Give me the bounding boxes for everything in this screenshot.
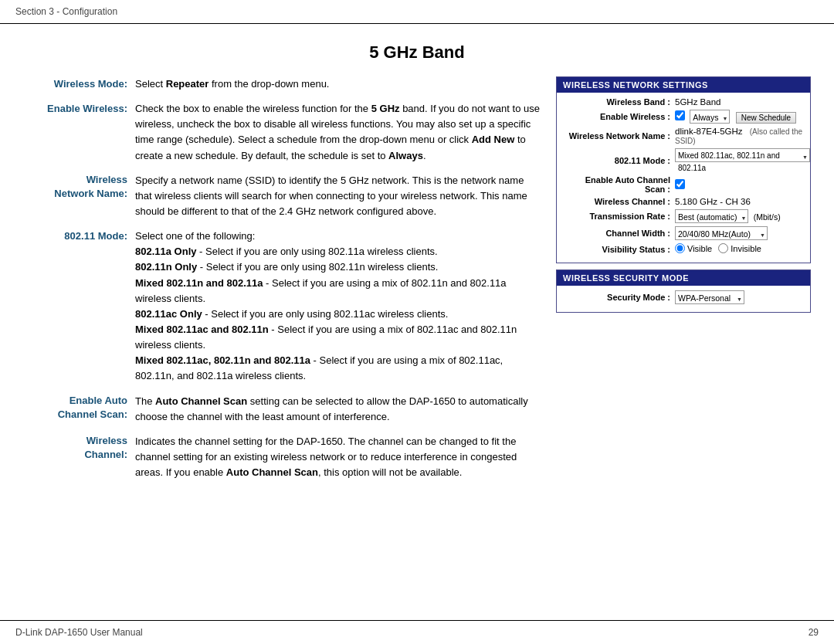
invisible-label: Invisible (731, 244, 761, 253)
panel-value-enable-wireless: Always New Schedule (675, 110, 804, 124)
def-row-network-name: WirelessNetwork Name: Specify a network … (23, 173, 541, 219)
label-wireless-channel: WirelessChannel: (23, 434, 135, 462)
def-row-enable-wireless: Enable Wireless: Check the box to enable… (23, 101, 541, 164)
panel-value-80211-mode: Mixed 802.11ac, 802.11n and 802.11a (675, 148, 810, 172)
visible-label: Visible (687, 244, 712, 253)
wireless-security-mode-body: Security Mode : WPA-Personal (557, 286, 810, 312)
radio-invisible: Invisible (718, 243, 761, 253)
panel-row-network-name: Wireless Network Name : dlink-87E4-5GHz … (563, 127, 804, 145)
label-network-name: WirelessNetwork Name: (23, 173, 135, 201)
label-enable-wireless: Enable Wireless: (23, 101, 135, 117)
wireless-network-settings-body: Wireless Band : 5GHz Band Enable Wireles… (557, 93, 810, 263)
body-auto-channel: The Auto Channel Scan setting can be sel… (135, 394, 541, 425)
def-row-auto-channel: Enable AutoChannel Scan: The Auto Channe… (23, 394, 541, 425)
panel-label-enable-wireless: Enable Wireless : (563, 112, 675, 121)
panel-label-channel: Wireless Channel : (563, 197, 675, 206)
panel-row-enable-wireless: Enable Wireless : Always New Schedule (563, 110, 804, 124)
def-row-80211-mode: 802.11 Mode: Select one of the following… (23, 229, 541, 384)
visibility-radio-group: Visible Invisible (675, 243, 761, 253)
panel-value-auto-channel-scan (675, 179, 804, 191)
footer-right: 29 (809, 627, 819, 638)
panel-value-network-name: dlink-87E4-5GHz (Also called the SSID) (675, 127, 804, 145)
panel-row-wireless-band: Wireless Band : 5GHz Band (563, 97, 804, 107)
panel-row-80211-mode: 802.11 Mode : Mixed 802.11ac, 802.11n an… (563, 148, 804, 172)
channel-width-select[interactable]: 20/40/80 MHz(Auto) (675, 226, 768, 240)
panel-row-transmission-rate: Transmission Rate : Best (automatic) (Mb… (563, 209, 804, 223)
body-enable-wireless: Check the box to enable the wireless fun… (135, 101, 541, 164)
panel-value-transmission-rate: Best (automatic) (Mbit/s) (675, 209, 804, 223)
page-content: 5 GHz Band Wireless Mode: Select Repeate… (0, 24, 834, 536)
panel-row-visibility: Visibility Status : Visible Invisible (563, 243, 804, 255)
wireless-network-settings-header: WIRELESS NETWORK SETTINGS (557, 77, 810, 93)
new-schedule-button[interactable]: New Schedule (736, 112, 796, 124)
panel-row-auto-channel-scan: Enable Auto Channel Scan : (563, 175, 804, 194)
panel-row-channel-width: Channel Width : 20/40/80 MHz(Auto) (563, 226, 804, 240)
label-80211-mode: 802.11 Mode: (23, 229, 135, 244)
body-80211-mode: Select one of the following: 802.11a Onl… (135, 229, 541, 384)
body-network-name: Specify a network name (SSID) to identif… (135, 173, 541, 219)
page-footer: D-Link DAP-1650 User Manual 29 (0, 620, 834, 644)
right-panel: WIRELESS NETWORK SETTINGS Wireless Band … (556, 76, 811, 319)
enable-wireless-checkbox[interactable] (675, 110, 685, 120)
panel-label-80211-mode: 802.11 Mode : (563, 156, 675, 165)
mode-select[interactable]: Mixed 802.11ac, 802.11n and 802.11a (675, 148, 810, 162)
page-header: Section 3 - Configuration (0, 0, 834, 24)
panel-label-wireless-band: Wireless Band : (563, 97, 675, 107)
radio-visible: Visible (675, 243, 712, 253)
footer-left: D-Link DAP-1650 User Manual (15, 627, 143, 638)
panel-value-channel: 5.180 GHz - CH 36 (675, 197, 804, 206)
wireless-network-settings-box: WIRELESS NETWORK SETTINGS Wireless Band … (556, 76, 811, 263)
panel-row-channel: Wireless Channel : 5.180 GHz - CH 36 (563, 197, 804, 206)
panel-label-transmission-rate: Transmission Rate : (563, 212, 675, 221)
panel-value-wireless-band: 5GHz Band (675, 97, 804, 107)
page-title: 5 GHz Band (23, 42, 811, 63)
label-wireless-mode: Wireless Mode: (23, 76, 135, 92)
wireless-security-mode-box: WIRELESS SECURITY MODE Security Mode : W… (556, 269, 811, 313)
security-mode-select[interactable]: WPA-Personal (675, 290, 744, 304)
rate-unit: (Mbit/s) (754, 212, 781, 222)
panel-value-visibility: Visible Invisible (675, 243, 804, 255)
def-row-wireless-channel: WirelessChannel: Indicates the channel s… (23, 434, 541, 480)
panel-row-security-mode: Security Mode : WPA-Personal (563, 290, 804, 304)
section-label: Section 3 - Configuration (15, 6, 117, 17)
auto-channel-checkbox[interactable] (675, 179, 685, 189)
panel-label-visibility: Visibility Status : (563, 245, 675, 254)
main-layout: Wireless Mode: Select Repeater from the … (23, 76, 811, 490)
rate-select[interactable]: Best (automatic) (675, 209, 748, 223)
label-auto-channel: Enable AutoChannel Scan: (23, 394, 135, 422)
wireless-security-mode-header: WIRELESS SECURITY MODE (557, 270, 810, 286)
left-content: Wireless Mode: Select Repeater from the … (23, 76, 541, 490)
panel-label-channel-width: Channel Width : (563, 229, 675, 238)
panel-label-auto-channel-scan: Enable Auto Channel Scan : (563, 175, 675, 194)
def-row-wireless-mode: Wireless Mode: Select Repeater from the … (23, 76, 541, 92)
invisible-radio[interactable] (718, 243, 728, 253)
schedule-select[interactable]: Always (690, 110, 730, 124)
body-wireless-mode: Select Repeater from the drop-down menu. (135, 76, 541, 92)
ssid-value: dlink-87E4-5GHz (675, 127, 743, 136)
panel-value-channel-width: 20/40/80 MHz(Auto) (675, 226, 804, 240)
body-wireless-channel: Indicates the channel setting for the DA… (135, 434, 541, 480)
panel-value-security-mode: WPA-Personal (675, 290, 804, 304)
visible-radio[interactable] (675, 243, 685, 253)
panel-label-security-mode: Security Mode : (563, 293, 675, 302)
panel-label-network-name: Wireless Network Name : (563, 131, 675, 141)
